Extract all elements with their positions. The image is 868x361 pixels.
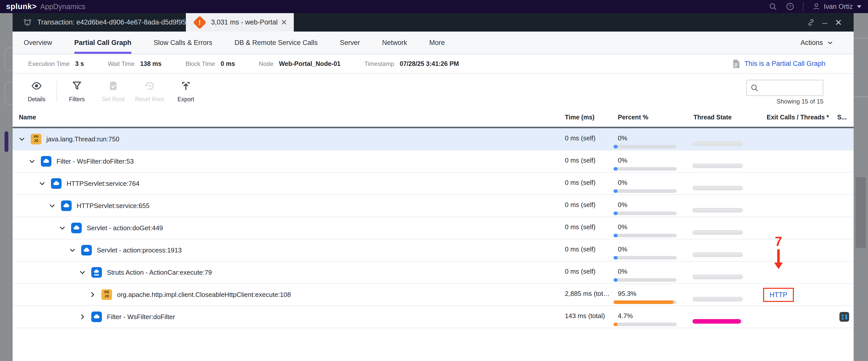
stat-value: Web-Portal_Node-01 bbox=[279, 60, 340, 67]
chevron-down-icon[interactable] bbox=[49, 202, 56, 210]
percent-bar bbox=[614, 278, 677, 282]
percent-bar bbox=[614, 300, 677, 304]
call-graph-row[interactable]: Servlet - action:process:19130 ms (self)… bbox=[12, 239, 854, 261]
reset-root-button: Reset Root bbox=[133, 78, 166, 105]
call-graph-toolbar: DetailsFiltersSet RootReset RootExport S… bbox=[12, 74, 854, 109]
thread-state-bar bbox=[692, 208, 743, 213]
servlet-icon bbox=[61, 200, 72, 211]
column-thread[interactable]: Thread State bbox=[693, 114, 732, 121]
threads-icon[interactable] bbox=[839, 311, 849, 322]
node-name: Servlet - action:doGet:449 bbox=[87, 224, 163, 232]
table-header: Name Time (ms) Percent % Thread State Ex… bbox=[12, 109, 854, 127]
time-value: 0 ms (self) bbox=[565, 268, 595, 275]
snapshot-tab[interactable]: ! 3,031 ms - web-Portal ✕ bbox=[186, 13, 294, 32]
call-graph-row[interactable]: Filter - WsFilter:doFilter143 ms (total)… bbox=[12, 306, 854, 328]
column-percent[interactable]: Percent % bbox=[618, 114, 648, 121]
servlet-icon bbox=[71, 223, 82, 233]
call-graph-row[interactable]: POJOorg.apache.http.impl.client.Closeabl… bbox=[12, 284, 854, 306]
servlet-icon bbox=[51, 178, 62, 189]
tab-partial-call-graph[interactable]: Partial Call Graph bbox=[74, 32, 132, 54]
export-button[interactable]: Export bbox=[169, 78, 202, 105]
tab-server[interactable]: Server bbox=[340, 32, 360, 54]
appdynamics-screen: splunk> AppDynamics ? Ivan Ortiz bbox=[0, 0, 868, 361]
chevron-down-icon[interactable] bbox=[69, 246, 76, 254]
tab-db-remote-service-calls[interactable]: DB & Remote Service Calls bbox=[235, 32, 318, 54]
actions-menu[interactable]: Actions bbox=[800, 39, 833, 47]
call-graph-row[interactable]: Struts Action - ActionCar:execute:790 ms… bbox=[12, 261, 854, 284]
percent-value: 0% bbox=[618, 245, 627, 253]
node-name: org.apache.http.impl.client.CloseableHtt… bbox=[117, 291, 291, 299]
column-exit-calls[interactable]: Exit Calls / Threads * bbox=[767, 114, 829, 121]
time-value: 0 ms (self) bbox=[565, 223, 595, 231]
close-window-icon[interactable]: ✕ bbox=[835, 18, 842, 28]
stat-value: 138 ms bbox=[140, 60, 162, 67]
tab-overview[interactable]: Overview bbox=[24, 32, 52, 54]
chevron-down-icon[interactable] bbox=[38, 180, 46, 187]
eye-icon bbox=[31, 80, 42, 92]
transaction-title: Transaction: e42d6be4-d906-4e67-8ada-d5d… bbox=[37, 19, 205, 26]
tool-label: Set Root bbox=[102, 96, 125, 103]
filters-button[interactable]: Filters bbox=[61, 78, 93, 105]
stat-block-time: Block Time0 ms bbox=[185, 60, 235, 67]
stat-value: 0 ms bbox=[221, 60, 235, 67]
percent-value: 0% bbox=[618, 201, 627, 209]
tab-more[interactable]: More bbox=[429, 32, 445, 54]
percent-bar bbox=[614, 189, 677, 193]
chevron-down-icon[interactable] bbox=[28, 158, 36, 165]
table-search[interactable] bbox=[746, 80, 824, 96]
tab-slow-calls-errors[interactable]: Slow Calls & Errors bbox=[154, 32, 212, 54]
thread-state-bar bbox=[692, 297, 743, 301]
thread-state-bar bbox=[692, 141, 743, 146]
tool-label: Reset Root bbox=[135, 96, 164, 103]
percent-bar bbox=[614, 323, 677, 326]
transaction-icon bbox=[23, 18, 32, 27]
help-icon[interactable]: ? bbox=[786, 2, 794, 11]
call-graph-row[interactable]: Servlet - action:doGet:4490 ms (self)0% bbox=[12, 217, 854, 239]
time-value: 143 ms (total) bbox=[565, 312, 605, 320]
call-graph-row[interactable]: POJOjava.lang.Thread:run:7500 ms (self)0… bbox=[12, 128, 854, 150]
percent-value: 0% bbox=[618, 134, 627, 142]
node-name: java.lang.Thread:run:750 bbox=[46, 135, 119, 143]
stat-timestamp: Timestamp07/28/25 3:41:26 PM bbox=[364, 60, 459, 67]
snapshot-tab-close-icon[interactable]: ✕ bbox=[281, 18, 287, 27]
percent-bar bbox=[614, 145, 677, 148]
column-name[interactable]: Name bbox=[19, 114, 36, 121]
set-root-icon bbox=[108, 80, 119, 92]
node-name: HTTPServlet:service:764 bbox=[67, 180, 140, 188]
reset-root-icon bbox=[144, 80, 155, 92]
search-icon[interactable] bbox=[769, 2, 777, 11]
servlet-icon bbox=[81, 245, 92, 255]
minimize-icon[interactable]: – bbox=[823, 21, 828, 24]
call-graph-tree: POJOjava.lang.Thread:run:7500 ms (self)0… bbox=[12, 127, 854, 328]
tab-network[interactable]: Network bbox=[382, 32, 407, 54]
stat-node: NodeWeb-Portal_Node-01 bbox=[259, 60, 340, 67]
copy-link-icon[interactable] bbox=[807, 19, 815, 27]
actions-label: Actions bbox=[800, 39, 823, 47]
chevron-down-icon[interactable] bbox=[79, 269, 86, 276]
stat-label: Block Time bbox=[185, 60, 215, 67]
exit-call-link[interactable]: HTTP bbox=[763, 288, 794, 302]
call-graph-row[interactable]: HTTPServlet:service:7640 ms (self)0% bbox=[12, 173, 854, 195]
column-time[interactable]: Time (ms) bbox=[565, 114, 595, 121]
chevron-right-icon[interactable] bbox=[79, 313, 86, 321]
time-value: 0 ms (self) bbox=[565, 201, 595, 209]
call-graph-row[interactable]: HTTPServlet:service:6550 ms (self)0% bbox=[12, 195, 854, 217]
partial-call-graph-link[interactable]: This is a Partial Call Graph bbox=[732, 59, 826, 68]
node-name: Filter - WsFilter:doFilter bbox=[107, 313, 175, 321]
background-accent-pill bbox=[4, 131, 8, 152]
search-input[interactable] bbox=[759, 80, 823, 95]
chevron-down-icon[interactable] bbox=[18, 135, 26, 143]
transaction-snapshot-window: Transaction: e42d6be4-d906-4e67-8ada-d5d… bbox=[12, 13, 854, 361]
user-menu[interactable]: Ivan Ortiz bbox=[812, 2, 862, 11]
right-background-strip bbox=[854, 13, 868, 361]
percent-value: 0% bbox=[618, 223, 627, 231]
navbar-divider bbox=[803, 2, 803, 11]
details-button[interactable]: Details bbox=[20, 78, 53, 105]
struts-action-icon bbox=[91, 267, 102, 278]
column-s[interactable]: S... bbox=[837, 114, 847, 121]
person-icon bbox=[812, 2, 820, 11]
call-graph-row[interactable]: Filter - WsFilter:doFilter:530 ms (self)… bbox=[12, 150, 854, 173]
chevron-down-icon[interactable] bbox=[59, 224, 66, 232]
chevron-right-icon[interactable] bbox=[89, 291, 96, 298]
percent-bar bbox=[614, 256, 677, 259]
